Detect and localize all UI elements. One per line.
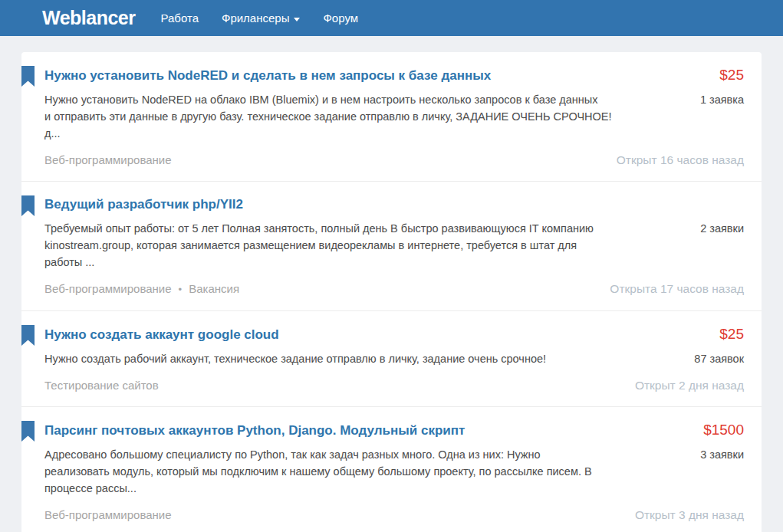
project-description: Требуемый опыт работы: от 5 лет Полная з… [44,220,594,271]
project-row[interactable]: Ведущий разработчик php/YII2 Требуемый о… [21,182,762,311]
project-list: Нужно установить NodeRED и сделать в нем… [21,52,762,532]
nav-item[interactable]: Работа [149,0,210,36]
description-line: и отправить эти данные в другую базу. те… [44,108,612,125]
project-row[interactable]: Парсинг почтовых аккаунтов Python, Djang… [21,407,762,532]
description-line: д... [44,125,612,142]
project-bids-count: 1 заявка [700,91,744,108]
project-body-row: Адресовано большому специалисту по Pytho… [44,446,744,497]
bookmark-icon[interactable] [21,195,35,216]
project-title-link[interactable]: Нужно создать аккаунт google cloud [44,327,302,343]
bookmark-icon[interactable] [21,325,35,346]
project-opened-ago: Открыт 3 дня назад [635,508,744,522]
description-line: Требуемый опыт работы: от 5 лет Полная з… [44,220,594,237]
project-description: Нужно создать рабочий аккаунт, техническ… [44,350,546,367]
project-description: Адресовано большому специалисту по Pytho… [44,446,592,497]
category-link[interactable]: Вакансия [189,282,239,295]
project-categories: Веб-программирование [44,508,172,522]
description-line: реализовать модуль, который мы подключим… [44,463,592,480]
top-navbar: Weblancer Работа Фрилансеры Форум [0,0,783,36]
project-title-row: Нужно создать аккаунт google cloud $25 [44,326,744,343]
description-line: работы ... [44,254,594,271]
project-opened-ago: Открыт 2 дня назад [635,379,744,392]
bookmark-icon[interactable] [21,421,35,442]
project-footer-row: Тестирование сайтов Открыт 2 дня назад [44,379,744,392]
project-title-row: Парсинг почтовых аккаунтов Python, Djang… [44,422,744,439]
description-line: Адресовано большому специалисту по Pytho… [44,446,592,463]
chevron-down-icon [294,18,300,21]
project-footer-row: Веб-программирование•Вакансия Открыта 17… [44,282,744,297]
description-line: Нужно создать рабочий аккаунт, техническ… [44,350,546,367]
category-separator-dot: • [179,283,183,297]
project-opened-ago: Открыта 17 часов назад [610,282,744,296]
project-bids-count: 87 заявок [694,350,744,367]
main-nav: Работа Фрилансеры Форум [149,0,370,36]
nav-item[interactable]: Форум [311,0,370,36]
nav-item[interactable]: Фрилансеры [210,0,311,36]
project-footer-row: Веб-программирование Открыт 16 часов наз… [44,153,744,167]
category-link[interactable]: Веб-программирование [44,282,172,295]
project-footer-row: Веб-программирование Открыт 3 дня назад [44,508,744,522]
category-link[interactable]: Веб-программирование [44,153,172,166]
nav-item-label: Работа [160,11,199,25]
description-line: процессе рассы... [44,480,592,497]
project-price: $25 [719,67,744,84]
project-body-row: Нужно установить NodeRED на облако IBM (… [44,91,744,142]
project-bids-count: 3 заявки [700,446,744,463]
project-row[interactable]: Нужно установить NodeRED и сделать в нем… [21,52,762,182]
project-title-link[interactable]: Ведущий разработчик php/YII2 [44,196,266,213]
project-title-row: Ведущий разработчик php/YII2 [44,196,744,213]
category-link[interactable]: Веб-программирование [44,508,172,521]
nav-item-label: Форум [323,11,358,25]
nav-item-label: Фрилансеры [222,11,289,25]
project-title-row: Нужно установить NodeRED и сделать в нем… [44,67,744,84]
description-line: Нужно установить NodeRED на облако IBM (… [44,91,612,108]
project-row[interactable]: Нужно создать аккаунт google cloud $25 Н… [21,311,762,407]
bookmark-icon[interactable] [21,66,35,87]
project-price: $25 [719,326,744,343]
project-body-row: Требуемый опыт работы: от 5 лет Полная з… [44,220,744,271]
project-categories: Веб-программирование•Вакансия [44,282,239,297]
project-categories: Веб-программирование [44,153,172,167]
description-line: kinostream.group, которая занимается раз… [44,237,594,254]
project-title-link[interactable]: Нужно установить NodeRED и сделать в нем… [44,67,514,84]
category-link[interactable]: Тестирование сайтов [44,379,159,392]
project-bids-count: 2 заявки [700,220,744,237]
project-description: Нужно установить NodeRED на облако IBM (… [44,91,612,142]
project-body-row: Нужно создать рабочий аккаунт, техническ… [44,350,744,367]
project-opened-ago: Открыт 16 часов назад [617,153,744,167]
project-price: $1500 [703,422,744,438]
project-title-link[interactable]: Парсинг почтовых аккаунтов Python, Djang… [44,422,488,439]
weblancer-logo[interactable]: Weblancer [42,7,135,29]
project-categories: Тестирование сайтов [44,379,159,392]
